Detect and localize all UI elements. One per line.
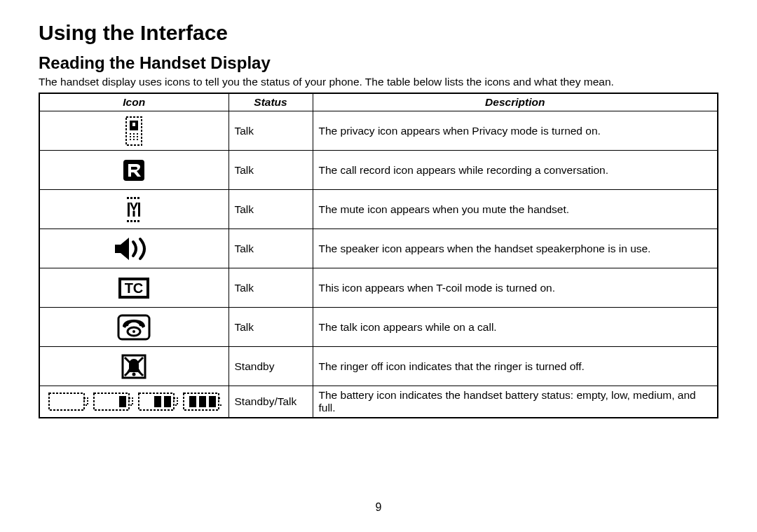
tcoil-icon: TC — [39, 268, 229, 308]
svg-rect-16 — [137, 197, 139, 199]
svg-rect-20 — [127, 220, 129, 222]
svg-rect-18 — [138, 203, 140, 217]
status-cell: Talk — [229, 268, 313, 308]
svg-rect-9 — [130, 139, 131, 140]
svg-point-31 — [132, 372, 136, 376]
svg-rect-6 — [130, 136, 131, 137]
description-cell: The battery icon indicates the handset b… — [313, 386, 718, 418]
svg-rect-3 — [130, 133, 131, 135]
svg-rect-7 — [133, 136, 135, 137]
svg-rect-2 — [132, 123, 135, 126]
intro-text: The handset display uses icons to tell y… — [39, 76, 718, 88]
svg-rect-35 — [84, 398, 88, 405]
description-cell: The call record icon appears while recor… — [313, 151, 718, 190]
table-row: Standby/Talk The battery icon indicates … — [39, 386, 718, 418]
description-cell: The mute icon appears when you mute the … — [313, 190, 718, 229]
svg-rect-41 — [154, 396, 161, 407]
svg-rect-22 — [134, 220, 136, 222]
mute-icon — [39, 190, 229, 229]
svg-rect-38 — [119, 396, 126, 407]
col-header-description: Description — [313, 93, 718, 111]
table-row: Talk The talk icon appears while on a ca… — [39, 308, 718, 347]
battery-icon — [39, 386, 229, 418]
col-header-icon: Icon — [39, 93, 229, 111]
svg-rect-10 — [133, 139, 135, 140]
svg-rect-13 — [127, 197, 129, 199]
table-row: Talk The privacy icon appears when Priva… — [39, 111, 718, 151]
svg-rect-46 — [199, 396, 206, 407]
status-cell: Talk — [229, 111, 313, 151]
table-row: Talk The call record icon appears while … — [39, 151, 718, 190]
description-cell: The talk icon appears while on a call. — [313, 308, 718, 347]
description-cell: This icon appears when T-coil mode is tu… — [313, 268, 718, 308]
talk-icon — [39, 308, 229, 347]
speaker-icon — [39, 229, 229, 268]
privacy-icon — [39, 111, 229, 151]
svg-rect-14 — [130, 197, 132, 199]
status-cell: Standby/Talk — [229, 386, 313, 418]
ringeroff-icon — [39, 347, 229, 386]
page-heading: Using the Interface — [39, 21, 718, 45]
svg-rect-42 — [164, 396, 171, 407]
section-heading: Reading the Handset Display — [39, 53, 718, 73]
status-cell: Talk — [229, 190, 313, 229]
svg-rect-8 — [137, 136, 138, 137]
table-row: Talk The mute icon appears when you mute… — [39, 190, 718, 229]
page-number: 9 — [376, 501, 382, 514]
svg-rect-15 — [134, 197, 136, 199]
svg-rect-44 — [219, 398, 221, 405]
svg-rect-19 — [133, 211, 135, 217]
description-cell: The ringer off icon indicates that the r… — [313, 347, 718, 386]
svg-rect-5 — [137, 133, 138, 135]
svg-rect-40 — [174, 398, 177, 405]
table-row: TC Talk This icon appears when T-coil mo… — [39, 268, 718, 308]
record-icon — [39, 151, 229, 190]
table-row: Talk The speaker icon appears when the h… — [39, 229, 718, 268]
svg-rect-4 — [133, 133, 135, 135]
svg-rect-17 — [128, 203, 130, 217]
svg-rect-34 — [49, 393, 84, 410]
table-row: Standby The ringer off icon indicates th… — [39, 347, 718, 386]
status-cell: Standby — [229, 347, 313, 386]
svg-rect-47 — [209, 396, 216, 407]
description-cell: The privacy icon appears when Privacy mo… — [313, 111, 718, 151]
svg-point-29 — [132, 330, 135, 333]
svg-rect-21 — [130, 220, 132, 222]
svg-rect-37 — [129, 398, 132, 405]
status-cell: Talk — [229, 151, 313, 190]
svg-rect-23 — [137, 220, 139, 222]
status-cell: Talk — [229, 308, 313, 347]
col-header-status: Status — [229, 93, 313, 111]
icon-table: Icon Status Description — [39, 93, 718, 418]
status-cell: Talk — [229, 229, 313, 268]
svg-text:TC: TC — [125, 280, 144, 296]
description-cell: The speaker icon appears when the handse… — [313, 229, 718, 268]
svg-rect-11 — [137, 139, 138, 140]
svg-rect-45 — [189, 396, 196, 407]
